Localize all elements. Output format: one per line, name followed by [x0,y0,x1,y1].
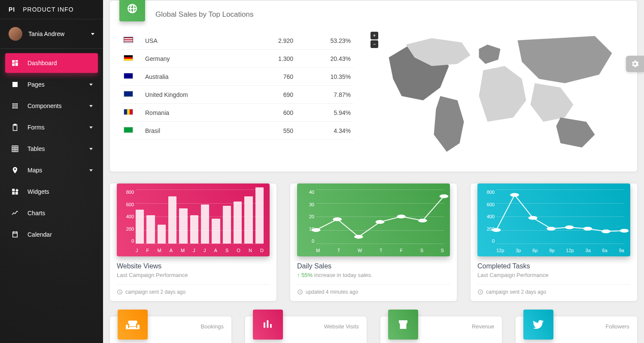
value-cell: 2.920 [250,32,296,50]
bar [201,205,209,244]
zoom-in-button[interactable]: + [371,32,378,39]
brand[interactable]: PI PRODUCT INFO [0,0,103,19]
bar [212,219,220,244]
user-menu[interactable]: Tania Andrew [0,19,103,49]
value-cell: 1.300 [250,50,296,68]
y-axis: 8006004002000 [480,190,495,244]
svg-point-0 [312,228,321,232]
table-row: United Kingdom 690 7.87% [121,86,353,104]
sidebar-item-label: Charts [27,210,93,217]
sidebar-item-label: Forms [27,124,89,131]
widgets-icon [10,188,20,196]
chevron-down-icon [89,169,93,172]
chevron-down-icon [89,148,93,150]
table-row: Germany 1.300 20.43% [121,50,353,68]
sidebar-item-pages[interactable]: Pages [5,75,98,94]
clock-icon [297,289,303,295]
svg-point-13 [601,229,611,233]
zoom-out-button[interactable]: − [371,40,378,48]
flag-icon [124,91,133,97]
country-cell: Germany [143,50,250,68]
brand-name: PRODUCT INFO [23,6,73,13]
chart-card-2: 8006004002000 12p3p6p9p12p3a6a9a Complet… [471,184,637,301]
sidebar-item-dashboard[interactable]: Dashboard [5,53,98,73]
chart-card-0: 8006004002000 JFMAMJJASOND Website Views… [110,184,276,301]
chart-footer: campaign sent 2 days ago [117,284,270,295]
global-sales-panel: Global Sales by Top Locations USA 2.920 … [110,1,637,172]
flag-icon [124,37,133,43]
table-row: USA 2.920 53.23% [121,32,353,50]
chart-footer: updated 4 minutes ago [297,284,450,295]
sidebar-item-tables[interactable]: Tables [5,139,98,159]
svg-point-3 [376,220,385,224]
bar [136,210,144,244]
x-axis: JFMAMJJASOND [136,248,264,253]
user-name: Tania Andrew [28,30,91,37]
chart-subtitle: ↑ 55% increase in today sales. [297,272,450,278]
settings-button[interactable] [626,56,644,72]
pct-cell: 7.87% [296,86,353,104]
chart-surface: 403020100 MTWTFSS [297,184,450,256]
clipboard-icon [10,123,20,131]
pct-cell: 4.34% [296,122,353,140]
clock-icon [117,289,123,295]
flag-icon [124,73,133,79]
table-row: Brasil 550 4.34% [121,122,353,140]
chart-subtitle: Last Campaign Performance [117,272,270,278]
svg-point-10 [547,227,556,231]
bar [146,215,155,244]
stat-card-website-visits: Website Visits [245,316,367,343]
svg-point-12 [583,227,592,231]
world-map[interactable]: + − [353,32,626,162]
sidebar-item-maps[interactable]: Maps [5,160,98,180]
country-cell: Brasil [143,122,250,140]
avatar [9,27,22,41]
chart-surface: 8006004002000 12p3p6p9p12p3a6a9a [477,184,630,256]
sidebar-item-label: Calendar [27,231,93,238]
country-cell: United Kingdom [143,86,250,104]
sidebar-item-label: Pages [27,81,89,88]
store-icon [388,310,418,340]
pct-cell: 10.35% [296,68,353,86]
sidebar-item-label: Components [27,102,89,109]
chevron-down-icon [91,33,94,35]
x-axis: 12p3p6p9p12p3a6a9a [496,248,624,253]
svg-point-2 [354,235,363,239]
chart-subtitle: Last Campaign Performance [477,272,630,278]
pct-cell: 53.23% [296,32,353,50]
svg-point-6 [440,194,449,198]
chevron-down-icon [89,126,93,129]
panel-title: Global Sales by Top Locations [155,10,626,19]
country-cell: Romania [143,104,250,122]
pct-cell: 5.94% [296,104,353,122]
calendar-icon [10,231,20,238]
gear-icon [630,59,640,69]
country-cell: USA [143,32,250,50]
table-row: Romania 600 5.94% [121,104,353,122]
sidebar-item-label: Widgets [27,188,93,195]
pct-cell: 20.43% [296,50,353,68]
sidebar-item-charts[interactable]: Charts [5,203,98,223]
sidebar-item-label: Maps [27,167,89,174]
svg-point-5 [418,219,427,223]
bar [158,225,166,244]
svg-point-1 [333,217,342,221]
sidebar-item-forms[interactable]: Forms [5,117,98,137]
sidebar-item-calendar[interactable]: Calendar [5,225,98,244]
sidebar-item-label: Tables [27,145,89,152]
globe-icon [119,0,145,21]
value-cell: 760 [250,68,296,86]
bar [179,208,187,244]
stat-card-revenue: Revenue [380,316,502,343]
sidebar-item-widgets[interactable]: Widgets [5,182,98,202]
nav: Dashboard Pages Components Forms Tables … [0,49,103,250]
svg-point-14 [620,229,629,233]
x-axis: MTWTFSS [316,248,444,253]
bar [244,196,252,244]
sidebar-item-components[interactable]: Components [5,96,98,116]
sidebar: PI PRODUCT INFO Tania Andrew Dashboard P… [0,0,103,343]
bar [255,187,264,244]
chart-title: Website Views [117,262,270,270]
value-cell: 550 [250,122,296,140]
value-cell: 690 [250,86,296,104]
